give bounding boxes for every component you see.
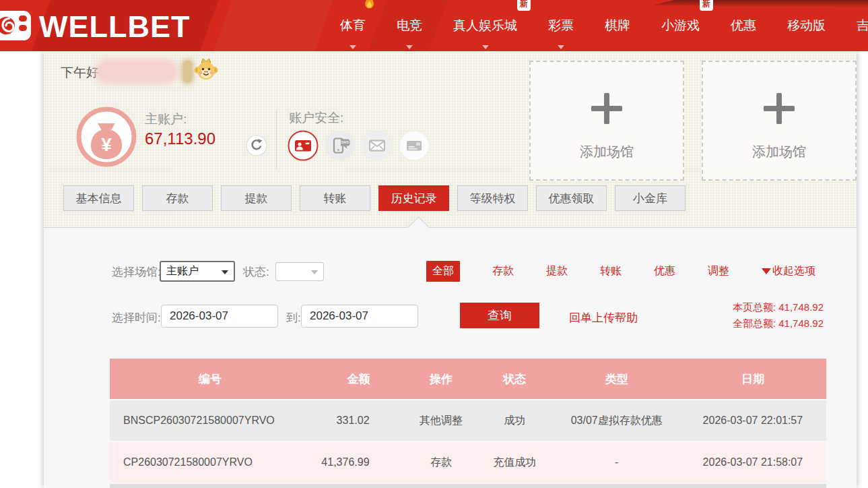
cell-amount: 41,376.99 <box>310 456 407 468</box>
type-tab-deposit[interactable]: 存款 <box>492 264 514 278</box>
nav-item-live-casino[interactable]: 新 真人娱乐城 <box>453 17 517 34</box>
type-tab-adjustment[interactable]: 调整 <box>708 264 729 278</box>
tab-deposit[interactable]: 存款 <box>142 185 213 211</box>
chevron-down-icon <box>311 270 318 274</box>
tab-basic-info[interactable]: 基本信息 <box>63 185 134 211</box>
venue-select-label: 选择场馆: <box>112 264 161 280</box>
page-total: 本页总额: 41,748.92 <box>733 299 824 315</box>
triangle-down-icon <box>762 268 771 274</box>
new-badge: 新 <box>700 0 713 11</box>
plus-icon <box>764 93 795 127</box>
time-select-label: 选择时间: <box>112 310 161 326</box>
wellbet-logo[interactable]: WELLBET <box>0 6 190 48</box>
nav-item-mini-games[interactable]: 新 小游戏 <box>661 17 700 34</box>
chevron-down-icon <box>482 45 489 49</box>
add-venue-button[interactable]: 添加场馆 <box>529 61 684 181</box>
fire-icon <box>364 0 375 13</box>
logo-text: WELLBET <box>39 7 190 47</box>
type-tab-transfer[interactable]: 转账 <box>600 264 622 278</box>
totals-summary: 本页总额: 41,748.92 全部总额: 41,748.92 <box>733 299 824 332</box>
nav-item-board-games[interactable]: 棋牌 <box>605 17 630 34</box>
content-column: 下午好 <box>44 51 857 488</box>
account-panel: 下午好 <box>44 51 857 228</box>
receipt-upload-help-link[interactable]: 回单上传帮助 <box>569 310 638 326</box>
cell-id: CP26030721580007YRVO <box>110 456 310 468</box>
collapse-options-link[interactable]: 收起选项 <box>762 264 815 278</box>
status-select[interactable] <box>275 262 324 281</box>
table-row: BNSCP26030721580007YRVO 331.02 其他调整 成功 0… <box>110 400 826 441</box>
tab-history[interactable]: 历史记录 <box>378 185 449 211</box>
new-badge: 新 <box>517 0 531 11</box>
transaction-table: 编号 金额 操作 状态 类型 日期 BNSCP26030721580007YRV… <box>110 359 826 488</box>
nav-item-lottery[interactable]: 彩票 <box>548 17 574 34</box>
username-redacted <box>99 63 174 80</box>
nav-item-sports[interactable]: 体育 <box>340 17 366 34</box>
cell-date: 2026-03-07 21:58:07 <box>679 456 826 468</box>
cell-type: 03/07虚拟存款优惠 <box>554 414 679 428</box>
chevron-down-icon <box>222 270 228 274</box>
grand-total: 全部总额: 41,748.92 <box>733 315 824 332</box>
wellbet-logo-icon <box>0 6 36 48</box>
cell-id: BNSCP26030721580007YRVO <box>110 415 310 427</box>
sms-phone-icon[interactable]: SMS <box>325 130 356 164</box>
account-tabs: 基本信息 存款 提款 转账 历史记录 等级特权 优惠领取 小金库 <box>63 185 686 211</box>
plus-icon <box>591 93 622 127</box>
type-tab-withdraw[interactable]: 提款 <box>546 264 568 278</box>
col-header-id: 编号 <box>110 371 310 387</box>
security-icons: SMS <box>288 130 430 164</box>
tab-transfer[interactable]: 转账 <box>300 185 370 211</box>
account-security-label: 账户安全: <box>289 109 343 127</box>
add-venue-label: 添加场馆 <box>580 143 634 161</box>
chevron-down-icon <box>406 45 413 49</box>
col-header-date: 日期 <box>679 371 826 387</box>
chevron-down-icon <box>349 45 356 49</box>
cell-date: 2026-03-07 22:01:57 <box>679 415 826 427</box>
add-venue-button[interactable]: 添加场馆 <box>702 61 857 181</box>
cell-type: - <box>554 456 679 468</box>
tab-withdraw[interactable]: 提款 <box>221 185 292 211</box>
col-header-operation: 操作 <box>407 371 475 387</box>
page: WELLBET 体育 电竞 新 真人娱乐城 <box>0 0 868 488</box>
id-card-icon[interactable] <box>288 130 319 164</box>
venue-select[interactable]: 主账户 <box>160 261 235 282</box>
header-ribbon <box>210 0 335 51</box>
divider <box>276 111 277 169</box>
tab-vault[interactable]: 小金库 <box>615 185 686 211</box>
main-account-label: 主账户: <box>145 111 187 128</box>
col-header-type: 类型 <box>554 371 679 387</box>
greeting-text: 下午好 <box>61 64 99 82</box>
nav-item-clipped[interactable]: 吉 <box>857 17 868 34</box>
nav-item-promotions[interactable]: 优惠 <box>731 17 756 34</box>
type-tab-promo[interactable]: 优惠 <box>654 264 675 278</box>
cell-operation: 其他调整 <box>407 414 475 428</box>
bank-card-icon[interactable] <box>399 130 430 164</box>
main-nav: 体育 电竞 新 真人娱乐城 彩票 棋牌 新 小游戏 <box>340 0 868 51</box>
sms-icon-text: SMS <box>341 140 349 144</box>
nav-item-esports[interactable]: 电竞 <box>397 17 422 34</box>
redacted-blob <box>183 61 192 82</box>
col-header-status: 状态 <box>475 371 554 387</box>
table-header-row: 编号 金额 操作 状态 类型 日期 <box>110 359 826 399</box>
status-select-label: 状态: <box>243 264 269 280</box>
date-from-input[interactable] <box>161 305 278 328</box>
col-header-amount: 金额 <box>310 371 407 387</box>
money-bag-icon: ¥ <box>76 106 137 170</box>
cell-status: 充值成功 <box>475 456 554 470</box>
cell-operation: 存款 <box>407 456 475 470</box>
tab-vip-privileges[interactable]: 等级特权 <box>457 185 528 211</box>
table-row-clipped <box>110 484 826 488</box>
type-tab-all[interactable]: 全部 <box>426 261 460 282</box>
cell-status: 成功 <box>475 414 554 428</box>
monkey-avatar <box>193 57 219 84</box>
refresh-balance-button[interactable] <box>246 135 267 159</box>
add-venue-label: 添加场馆 <box>752 143 806 161</box>
transaction-type-tabs: 全部 存款 提款 转账 优惠 调整 收起选项 <box>426 261 815 282</box>
search-button[interactable]: 查询 <box>460 303 539 328</box>
email-icon[interactable] <box>362 130 393 164</box>
date-to-input[interactable] <box>301 305 418 328</box>
nav-item-mobile[interactable]: 移动版 <box>787 17 826 34</box>
top-navbar: WELLBET 体育 电竞 新 真人娱乐城 <box>0 0 868 51</box>
tab-promo-claim[interactable]: 优惠领取 <box>536 185 607 211</box>
table-row: CP26030721580007YRVO 41,376.99 存款 充值成功 -… <box>110 442 826 483</box>
to-label: 到: <box>286 310 301 326</box>
